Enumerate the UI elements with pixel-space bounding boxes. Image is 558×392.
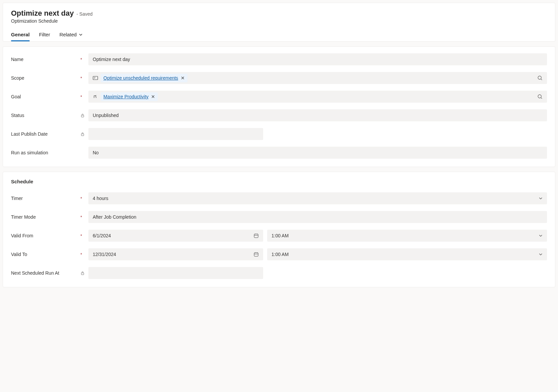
field-run-as-simulation: Run as simulation No [11,147,547,159]
label-run-as-simulation: Run as simulation [11,150,80,155]
last-publish-value [88,128,263,140]
scope-tag: Optimize unscheduled requirements ✕ [101,74,187,82]
svg-rect-6 [254,253,258,256]
schedule-section-title: Schedule [11,179,547,184]
label-valid-to: Valid To [11,252,80,257]
valid-to-date-input[interactable]: 12/31/2024 [88,248,263,260]
field-goal: Goal * Maximize Productivity ✕ [11,91,547,103]
label-name: Name [11,57,80,62]
svg-point-2 [538,95,541,98]
search-icon[interactable] [537,75,543,81]
calendar-icon[interactable] [253,252,259,257]
required-icon: * [80,215,82,220]
next-run-value [88,267,263,279]
section-schedule: Schedule Timer * 4 hours Timer Mode * Af… [3,172,555,287]
label-next-run: Next Scheduled Run At [11,270,80,276]
svg-rect-0 [93,76,98,80]
status-value: Unpublished [88,109,547,121]
field-last-publish: Last Publish Date [11,128,547,140]
page-title: Optimize next day [11,9,74,18]
run-as-simulation-input[interactable]: No [88,147,547,159]
chevron-down-icon [539,234,543,238]
calendar-icon[interactable] [253,233,259,238]
chevron-down-icon [79,33,83,37]
valid-from-date-input[interactable]: 6/1/2024 [88,230,263,242]
label-timer-mode: Timer Mode [11,214,80,220]
required-icon: * [80,196,82,201]
label-last-publish: Last Publish Date [11,131,80,137]
scope-link[interactable]: Optimize unscheduled requirements [103,75,178,81]
lock-icon [80,113,85,118]
tab-filter[interactable]: Filter [39,32,50,41]
field-status: Status Unpublished [11,109,547,121]
goal-entity-icon [93,94,98,99]
valid-to-time-select[interactable]: 1:00 AM [267,248,547,260]
scope-lookup[interactable]: Optimize unscheduled requirements ✕ [88,72,547,84]
field-timer: Timer * 4 hours [11,192,547,204]
svg-rect-4 [81,134,84,136]
valid-from-time-select[interactable]: 1:00 AM [267,230,547,242]
tab-list: General Filter Related [11,32,547,41]
chevron-down-icon [539,252,543,256]
required-icon: * [80,252,82,257]
scope-entity-icon [93,75,98,81]
goal-tag: Maximize Productivity ✕ [101,92,158,101]
svg-rect-5 [254,234,258,238]
required-icon: * [80,76,82,81]
goal-lookup[interactable]: Maximize Productivity ✕ [88,91,547,103]
required-icon: * [80,94,82,99]
svg-point-1 [538,76,541,79]
lock-icon [80,132,85,136]
svg-rect-7 [81,273,84,275]
chevron-down-icon [539,196,543,200]
field-next-run: Next Scheduled Run At [11,267,547,279]
field-valid-to: Valid To * 12/31/2024 1:00 AM [11,248,547,260]
field-name: Name * Optimize next day [11,53,547,65]
label-valid-from: Valid From [11,233,80,238]
timer-mode-input[interactable]: After Job Completion [88,211,547,223]
tab-general[interactable]: General [11,32,30,41]
label-timer: Timer [11,196,80,201]
field-scope: Scope * Optimize unscheduled requirement… [11,72,547,84]
label-scope: Scope [11,75,80,81]
goal-link[interactable]: Maximize Productivity [103,94,148,99]
entity-name: Optimization Schedule [11,18,547,24]
scope-remove-icon[interactable]: ✕ [181,76,185,80]
required-icon: * [80,57,82,62]
tab-related[interactable]: Related [59,32,83,41]
goal-remove-icon[interactable]: ✕ [151,94,155,99]
svg-rect-3 [81,115,84,117]
label-status: Status [11,113,80,118]
label-goal: Goal [11,94,80,99]
timer-select[interactable]: 4 hours [88,192,547,204]
form-header: Optimize next day - Saved Optimization S… [3,3,555,42]
search-icon[interactable] [537,94,543,99]
field-timer-mode: Timer Mode * After Job Completion [11,211,547,223]
save-state: - Saved [76,11,92,17]
section-general: Name * Optimize next day Scope * Optimiz… [3,46,555,167]
field-valid-from: Valid From * 6/1/2024 1:00 AM [11,230,547,242]
name-input[interactable]: Optimize next day [88,53,547,65]
required-icon: * [80,233,82,238]
lock-icon [80,271,85,275]
